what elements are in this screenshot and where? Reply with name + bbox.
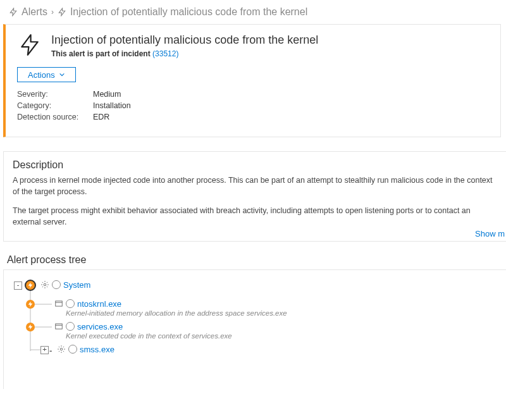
process-description: Kernel-initiated memory allocation in th… (66, 309, 287, 317)
detection-value: EDR (93, 113, 109, 121)
show-more-link[interactable]: Show m (475, 229, 505, 238)
alert-title: Injection of potentially malicious code … (51, 34, 318, 47)
process-tree: - System ntoskrnl.exe Kernel-initiated m… (3, 269, 506, 389)
breadcrumb-root-link[interactable]: Alerts (22, 6, 47, 18)
detection-label: Detection source: (17, 113, 93, 121)
category-value: Installation (93, 101, 131, 110)
description-card: Description A process in kernel mode inj… (3, 151, 506, 242)
node-shape-icon (68, 345, 77, 354)
bolt-icon (58, 8, 66, 16)
process-tree-section: Alert process tree - (3, 254, 506, 389)
node-shape-icon (52, 280, 61, 289)
breadcrumb-current: Injection of potentially malicious code … (70, 6, 307, 18)
alert-indicator-icon (25, 280, 36, 291)
chevron-right-icon: › (51, 8, 54, 16)
process-label: ntoskrnl.exe (77, 299, 121, 309)
svg-point-4 (44, 283, 46, 286)
bolt-icon (17, 32, 42, 58)
svg-rect-5 (56, 301, 63, 306)
actions-label: Actions (28, 70, 55, 80)
breadcrumb: Alerts › Injection of potentially malici… (0, 0, 506, 24)
incident-line: This alert is part of incident (33512) (51, 49, 318, 58)
tree-node-system[interactable]: System (40, 280, 90, 290)
tree-expand-toggle[interactable]: + (40, 346, 49, 354)
severity-value: Medium (93, 90, 121, 99)
node-shape-icon (66, 322, 75, 331)
process-label: services.exe (77, 322, 123, 331)
actions-button[interactable]: Actions (17, 67, 76, 82)
svg-rect-7 (56, 324, 63, 329)
description-paragraph: The target process might exhibit behavio… (13, 205, 497, 228)
bolt-icon (9, 8, 18, 16)
chevron-down-icon (59, 71, 65, 78)
incident-prefix: This alert is part of incident (51, 49, 151, 58)
description-heading: Description (13, 159, 497, 171)
process-description: Kernel executed code in the context of s… (66, 332, 232, 340)
incident-link[interactable]: (33512) (152, 49, 178, 58)
process-label: smss.exe (80, 345, 114, 354)
process-label: System (63, 280, 90, 290)
description-paragraph: A process in kernel mode injected code i… (13, 175, 497, 197)
process-tree-heading: Alert process tree (7, 254, 506, 266)
gear-icon (57, 345, 66, 354)
alert-indicator-icon (26, 323, 35, 331)
tree-node-smss[interactable]: smss.exe (57, 345, 114, 354)
window-icon (54, 322, 63, 331)
tree-collapse-toggle[interactable]: - (14, 281, 22, 290)
tree-dash: - (49, 346, 52, 355)
alert-summary-card: Injection of potentially malicious code … (3, 24, 501, 137)
tree-node-ntoskrnl[interactable]: ntoskrnl.exe (54, 299, 121, 309)
node-shape-icon (66, 299, 75, 308)
alert-indicator-icon (26, 300, 35, 309)
window-icon (54, 299, 63, 308)
gear-icon (40, 280, 49, 289)
category-label: Category: (17, 101, 93, 110)
alert-fields: Severity: Medium Category: Installation … (17, 90, 489, 121)
tree-node-services[interactable]: services.exe (54, 322, 123, 331)
severity-label: Severity: (17, 90, 93, 99)
svg-point-9 (60, 348, 63, 350)
